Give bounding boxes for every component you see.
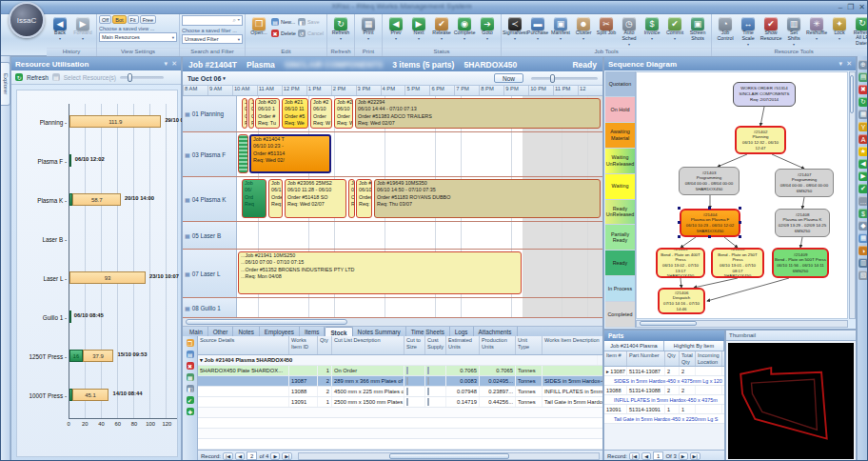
column-header-estimated-units[interactable]: Estimated Units — [446, 336, 480, 354]
sequence-node-21407[interactable]: #21407Programming08/04 00:00 - 08/04 00:… — [775, 169, 834, 197]
job-block[interactable]: Job #2229406/10 14:44 - 07/10 07:13Order… — [355, 98, 601, 129]
cancel-button[interactable]: ↺Cancel — [298, 29, 324, 38]
ribbon-search-input[interactable]: ⌕ ▾ — [182, 15, 243, 26]
record-first-button[interactable]: |◀ — [629, 452, 640, 460]
minimize-button[interactable]: – — [838, 2, 842, 12]
checkbox[interactable] — [406, 377, 408, 385]
view-mode-bot[interactable]: Bot — [112, 15, 126, 24]
cluster-button[interactable]: ☻Cluster▾ — [572, 15, 595, 48]
record-last-button[interactable]: ▶| — [282, 452, 292, 460]
release-button[interactable]: ✔Release▾ — [430, 15, 453, 48]
font-icon[interactable]: A — [858, 134, 868, 144]
parts-row[interactable]: 1309151314-1309111 — [604, 405, 724, 414]
add-icon[interactable]: ✚ — [187, 408, 194, 415]
refresh-button[interactable]: ↻Refresh▾ — [329, 15, 352, 48]
check-icon[interactable]: ✔ — [858, 184, 868, 193]
table-row[interactable]: 130872289 mm x 366 mm Plates of ...0.008… — [198, 376, 602, 387]
parts-column-total-qty[interactable]: Total Qty — [680, 351, 696, 366]
manifest-button[interactable]: ▣Manifest▾ — [549, 15, 572, 48]
row-label-08-guillo-1[interactable]: ▦08 Guillo 1 — [183, 298, 237, 317]
film-icon[interactable]: ▥ — [858, 258, 868, 268]
record-prev-button[interactable]: ◀ — [235, 452, 245, 460]
job-block[interactable]: Job #06/10OrderReq: — [356, 179, 372, 218]
checkbox[interactable] — [427, 398, 429, 406]
selection-handle[interactable] — [678, 235, 681, 238]
invoice-button[interactable]: $Invoice▾ — [641, 15, 663, 48]
grid-icon[interactable]: ▦ — [858, 233, 868, 243]
job-block[interactable]: Jo0OR — [348, 179, 355, 218]
view-mode-free[interactable]: Free — [140, 15, 156, 24]
layers-icon[interactable]: ▤ — [858, 72, 868, 82]
prev-icon[interactable]: ◀ — [858, 159, 868, 169]
diamond-icon[interactable]: ◆ — [858, 221, 868, 230]
selection-handle[interactable] — [708, 235, 711, 238]
goto-button[interactable]: ➔Goto▾ — [476, 15, 499, 48]
record-last-button[interactable]: ▶| — [690, 452, 700, 460]
close-panel-icon[interactable]: ✕ — [846, 60, 852, 68]
parts-description-row[interactable]: Tail Gate in 5mm Hardox-450 x 2250mm Lg … — [604, 414, 724, 424]
bar-segment-queued[interactable]: 45.1 — [72, 389, 109, 401]
job-block[interactable]: ...Job #21941 10MS250...06/10 07:00 - 07… — [238, 251, 522, 294]
auto-sched-button[interactable]: ◷Auto Sched▾ — [618, 15, 641, 48]
job-21404-plasma-button[interactable]: Job #21404 Plasma — [604, 341, 664, 351]
delete-item-icon[interactable]: ✖ — [187, 362, 194, 370]
job-block[interactable]: Job #206/10OrderReq: W — [334, 98, 353, 129]
refresh-all-lf-dates-button[interactable]: ↻Refresh All LF Dates — [851, 15, 868, 48]
dollar-icon[interactable]: $ — [858, 209, 868, 218]
parts-description-row[interactable]: INFILL PLATES in 5mm Hardox-450 x 4375m — [604, 395, 724, 405]
new-button[interactable]: ▤New... — [271, 17, 296, 27]
split-job-button[interactable]: ✂Split Job — [595, 15, 618, 48]
bar-segment-queued[interactable]: 111.9 — [69, 115, 161, 128]
bar-segment-inprocess[interactable] — [69, 311, 71, 323]
column-header-production-units[interactable]: Production Units — [480, 336, 516, 354]
sequence-node-21409[interactable]: #21409Bend - Plate on 500T Press06/10 11… — [772, 248, 829, 278]
stock-h-scrollbar[interactable] — [298, 452, 600, 460]
forward-button[interactable]: ▶Forward▾ — [71, 15, 94, 48]
checkbox[interactable] — [406, 398, 408, 406]
job-block[interactable]: Job #2106/10 11Order #5Req: We — [282, 98, 308, 129]
lock-button[interactable]: ✦Lock▾ — [828, 15, 851, 48]
job-block[interactable]: Job #19649 10MS35006/10 14:50 - 07/10 07… — [374, 179, 601, 218]
pin-icon[interactable]: ▾ — [839, 60, 843, 68]
sequence-node-21410[interactable]: #21410Bend - Plate on 250T Press06/10 13… — [711, 248, 764, 278]
close-button[interactable]: ✕ — [858, 2, 865, 12]
checkbox[interactable] — [427, 367, 429, 374]
stock-group-row[interactable]: ▾ Job #21404 Plasma 5HARDOX450 — [198, 355, 602, 366]
open-folder-icon[interactable]: ❒ — [187, 339, 194, 347]
job-block[interactable]: Job06/OrdReq — [242, 179, 266, 218]
back-button[interactable]: ◀Back▾ — [49, 15, 71, 48]
job-block[interactable]: Job #21404 T06/10 10:23 -Order #51314Req… — [249, 134, 331, 173]
parts-description-row[interactable]: SIDES in 5mm Hardox-450 x 4375mm Lg x 12… — [604, 376, 724, 386]
explorer-tab[interactable]: Explorer — [1, 62, 10, 106]
selection-handle[interactable] — [739, 207, 741, 210]
parts-column-incoming-location[interactable]: Incoming Location — [696, 351, 722, 366]
selection-handle[interactable] — [678, 221, 681, 224]
parts-column-part-number[interactable]: Part Number — [627, 351, 665, 366]
sequence-node-21404[interactable]: #21404Plasma on Plasma F06/10 10:23 - 06… — [680, 209, 740, 237]
record-prev-button[interactable]: ◀ — [641, 452, 651, 460]
job-block[interactable] — [238, 134, 248, 173]
new-item-icon[interactable]: ▤ — [187, 351, 194, 358]
sequence-h-scrollbar[interactable] — [636, 320, 848, 328]
column-header-works-item-id[interactable]: Works Item ID — [289, 336, 318, 354]
wizard-icon[interactable]: Y — [858, 122, 868, 131]
now-button[interactable]: Now — [494, 73, 523, 83]
next-button[interactable]: ▶Next▾ — [407, 15, 430, 48]
bar-segment-queued[interactable]: 37.9 — [83, 350, 114, 362]
job-block[interactable]: Job #206/10OrderReq: W — [310, 98, 332, 129]
column-header-unit-type[interactable]: Unit Type — [516, 336, 542, 354]
restore-button[interactable]: ❐ — [847, 2, 854, 12]
palette-icon[interactable]: ◑ — [858, 246, 868, 255]
print-icon[interactable]: ▦ — [858, 110, 868, 119]
sequence-node-21402[interactable]: #21402Planning06/10 12:32 - 06/10 12:47 — [735, 126, 786, 154]
record-next-button[interactable]: ▶ — [679, 452, 688, 460]
set-shifts-button[interactable]: ▥Set Shifts▾ — [782, 15, 805, 48]
select-resources-button[interactable]: Select Resource(s) — [64, 74, 116, 81]
timeline-zoom-slider[interactable] — [531, 77, 598, 80]
sequence-node-21406[interactable]: #21406Despatch07/10 14:16 - 07/10 14:46 — [658, 288, 705, 314]
bar-segment-inprocess[interactable]: 16 — [69, 350, 83, 362]
save-button[interactable]: ◧Save — [298, 17, 324, 27]
highlight-by-item-button[interactable]: Highlight By Item — [664, 341, 724, 351]
table-icon[interactable]: ▧ — [858, 271, 868, 280]
job-block[interactable]: Jo0OrR — [242, 98, 247, 129]
